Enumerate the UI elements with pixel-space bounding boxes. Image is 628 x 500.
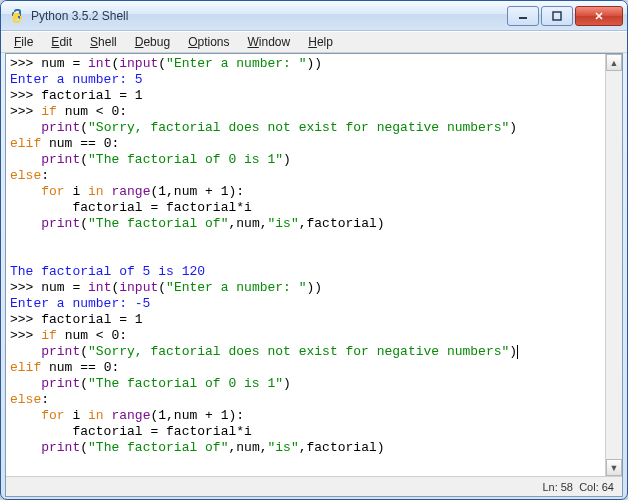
- keyword: for: [41, 408, 64, 423]
- code-text: i: [65, 184, 88, 199]
- app-window: Python 3.5.2 Shell File Edit Shell Debug…: [0, 0, 628, 500]
- keyword: else: [10, 392, 41, 407]
- status-ln-label: Ln:: [542, 481, 557, 493]
- code-text: ,factorial): [299, 440, 385, 455]
- code-text: (: [80, 376, 88, 391]
- svg-rect-1: [553, 12, 561, 20]
- code-text: [10, 216, 41, 231]
- menu-shell[interactable]: Shell: [81, 33, 126, 51]
- menu-debug[interactable]: Debug: [126, 33, 179, 51]
- menu-edit[interactable]: Edit: [42, 33, 81, 51]
- python-icon: [9, 8, 25, 24]
- keyword: if: [41, 328, 57, 343]
- code-text: [10, 184, 41, 199]
- code-text: factorial = factorial*i: [10, 424, 252, 439]
- code-text: num =: [41, 280, 88, 295]
- output-line: Enter a number: 5: [10, 72, 143, 87]
- code-text: i: [65, 408, 88, 423]
- keyword: in: [88, 184, 104, 199]
- builtin: print: [41, 376, 80, 391]
- code-text: (: [80, 152, 88, 167]
- prompt: >>>: [10, 56, 41, 71]
- code-text: [10, 408, 41, 423]
- code-text: (1,num + 1):: [150, 408, 244, 423]
- code-text: num < 0:: [57, 104, 127, 119]
- code-text: [10, 152, 41, 167]
- code-text: :: [41, 168, 49, 183]
- code-text: (1,num + 1):: [150, 184, 244, 199]
- menu-file[interactable]: File: [5, 33, 42, 51]
- scroll-down-button[interactable]: ▼: [606, 459, 622, 476]
- code-text: (: [80, 440, 88, 455]
- builtin: range: [111, 184, 150, 199]
- string: "Sorry, factorial does not exist for neg…: [88, 120, 509, 135]
- prompt: >>>: [10, 328, 41, 343]
- shell-editor[interactable]: >>> num = int(input("Enter a number: "))…: [6, 54, 605, 476]
- code-text: factorial = 1: [41, 312, 142, 327]
- string: "The factorial of": [88, 216, 228, 231]
- output-line: The factorial of 5 is 120: [10, 264, 205, 279]
- code-text: ): [509, 344, 517, 359]
- builtin: int: [88, 280, 111, 295]
- code-text: ,factorial): [299, 216, 385, 231]
- code-text: ): [509, 120, 517, 135]
- code-text: ): [283, 152, 291, 167]
- code-text: )): [307, 56, 323, 71]
- menu-window[interactable]: Window: [239, 33, 300, 51]
- vertical-scrollbar[interactable]: ▲ ▼: [605, 54, 622, 476]
- builtin: input: [119, 56, 158, 71]
- editor-wrap: >>> num = int(input("Enter a number: "))…: [6, 54, 622, 476]
- window-title: Python 3.5.2 Shell: [31, 9, 505, 23]
- text-cursor: [517, 345, 518, 359]
- code-text: ,num,: [228, 216, 267, 231]
- code-text: (: [80, 120, 88, 135]
- code-text: (: [80, 216, 88, 231]
- code-text: :: [41, 392, 49, 407]
- close-button[interactable]: [575, 6, 623, 26]
- prompt: >>>: [10, 280, 41, 295]
- window-controls: [505, 6, 623, 26]
- code-text: [10, 344, 41, 359]
- status-col-label: Col:: [579, 481, 599, 493]
- string: "The factorial of": [88, 440, 228, 455]
- string: "Enter a number: ": [166, 280, 306, 295]
- keyword: for: [41, 184, 64, 199]
- maximize-button[interactable]: [541, 6, 573, 26]
- builtin: print: [41, 216, 80, 231]
- scroll-up-button[interactable]: ▲: [606, 54, 622, 71]
- code-text: num == 0:: [41, 136, 119, 151]
- prompt: >>>: [10, 104, 41, 119]
- minimize-button[interactable]: [507, 6, 539, 26]
- prompt: >>>: [10, 312, 41, 327]
- keyword: elif: [10, 360, 41, 375]
- titlebar[interactable]: Python 3.5.2 Shell: [1, 1, 627, 31]
- code-text: (: [158, 56, 166, 71]
- keyword: in: [88, 408, 104, 423]
- builtin: print: [41, 440, 80, 455]
- code-text: num == 0:: [41, 360, 119, 375]
- svg-rect-0: [519, 17, 527, 19]
- statusbar: Ln: 58 Col: 64: [6, 476, 622, 496]
- menu-help[interactable]: Help: [299, 33, 342, 51]
- builtin: range: [111, 408, 150, 423]
- code-text: [10, 440, 41, 455]
- keyword: else: [10, 168, 41, 183]
- menubar: File Edit Shell Debug Options Window Hel…: [1, 31, 627, 53]
- code-text: (: [158, 280, 166, 295]
- builtin: print: [41, 344, 80, 359]
- string: "Enter a number: ": [166, 56, 306, 71]
- status-col-value: 64: [602, 481, 614, 493]
- builtin: print: [41, 120, 80, 135]
- string: "is": [268, 440, 299, 455]
- string: "The factorial of 0 is 1": [88, 376, 283, 391]
- code-text: factorial = 1: [41, 88, 142, 103]
- code-text: [10, 120, 41, 135]
- code-text: (: [80, 344, 88, 359]
- string: "is": [268, 216, 299, 231]
- code-text: ): [283, 376, 291, 391]
- prompt: >>>: [10, 88, 41, 103]
- code-text: num =: [41, 56, 88, 71]
- client-area: >>> num = int(input("Enter a number: "))…: [5, 53, 623, 497]
- keyword: elif: [10, 136, 41, 151]
- menu-options[interactable]: Options: [179, 33, 238, 51]
